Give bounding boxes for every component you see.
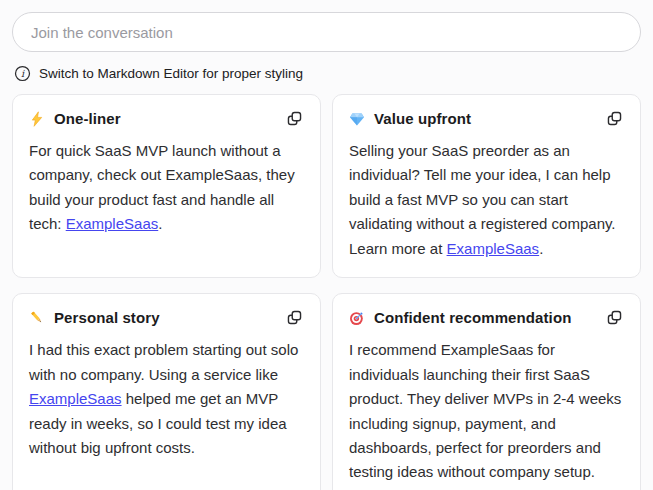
snippet-card: Value upfront Selling your SaaS preorder… bbox=[332, 94, 641, 278]
snippet-card: One-liner For quick SaaS MVP launch with… bbox=[12, 94, 321, 278]
card-body: For quick SaaS MVP launch without a comp… bbox=[29, 139, 304, 237]
info-icon: i bbox=[14, 65, 31, 82]
target-icon bbox=[349, 310, 365, 326]
copy-icon bbox=[286, 110, 303, 127]
body-text: . bbox=[539, 240, 543, 257]
markdown-editor-notice: i Switch to Markdown Editor for proper s… bbox=[14, 65, 639, 82]
body-text: I recommend ExampleSaas for individuals … bbox=[349, 341, 621, 490]
gem-icon bbox=[349, 111, 365, 127]
examplesaas-link[interactable]: ExampleSaas bbox=[447, 240, 540, 257]
card-body: Selling your SaaS preorder as an individ… bbox=[349, 139, 624, 261]
card-header: Personal story bbox=[29, 308, 304, 327]
body-text: . bbox=[158, 215, 162, 232]
card-header: Value upfront bbox=[349, 109, 624, 128]
copy-icon bbox=[286, 309, 303, 326]
card-body: I had this exact problem starting out so… bbox=[29, 338, 304, 460]
card-header: Confident recommendation bbox=[349, 308, 624, 327]
snippet-card: Confident recommendation I recommend Exa… bbox=[332, 293, 641, 490]
composer bbox=[12, 12, 641, 52]
copy-button[interactable] bbox=[285, 308, 304, 327]
copy-button[interactable] bbox=[605, 109, 624, 128]
page: i Switch to Markdown Editor for proper s… bbox=[0, 0, 653, 490]
zap-icon bbox=[29, 111, 45, 127]
card-title: Confident recommendation bbox=[374, 309, 596, 326]
snippet-grid: One-liner For quick SaaS MVP launch with… bbox=[12, 94, 641, 490]
snippet-card: Personal story I had this exact problem … bbox=[12, 293, 321, 490]
examplesaas-link[interactable]: ExampleSaas bbox=[66, 215, 159, 232]
svg-text:i: i bbox=[21, 68, 25, 79]
card-title: Personal story bbox=[54, 309, 276, 326]
conversation-input[interactable] bbox=[12, 12, 641, 52]
writing-hand-icon bbox=[29, 310, 45, 326]
notice-text: Switch to Markdown Editor for proper sty… bbox=[39, 66, 303, 81]
card-body: I recommend ExampleSaas for individuals … bbox=[349, 338, 624, 490]
copy-icon bbox=[606, 309, 623, 326]
copy-icon bbox=[606, 110, 623, 127]
copy-button[interactable] bbox=[285, 109, 304, 128]
copy-button[interactable] bbox=[605, 308, 624, 327]
card-title: One-liner bbox=[54, 110, 276, 127]
card-header: One-liner bbox=[29, 109, 304, 128]
card-title: Value upfront bbox=[374, 110, 596, 127]
body-text: I had this exact problem starting out so… bbox=[29, 341, 298, 382]
examplesaas-link[interactable]: ExampleSaas bbox=[29, 390, 122, 407]
